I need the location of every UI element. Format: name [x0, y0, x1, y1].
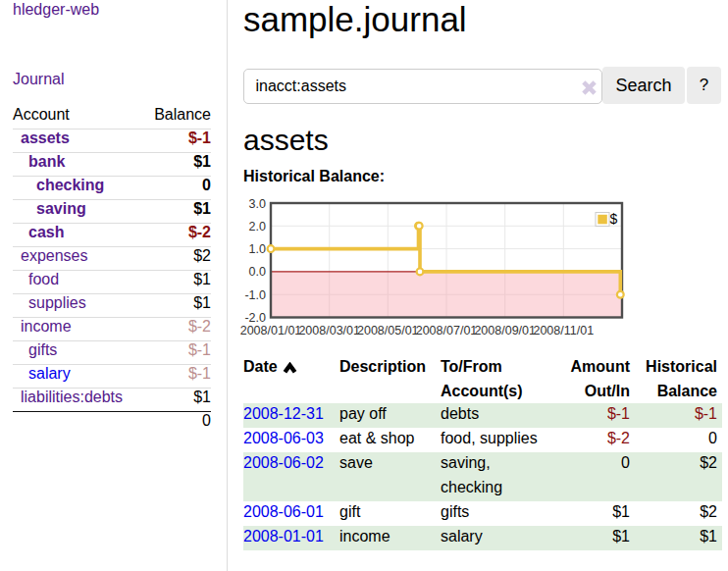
svg-text:-2.0: -2.0	[244, 311, 266, 325]
svg-text:-1.0: -1.0	[244, 288, 266, 302]
svg-text:3.0: 3.0	[249, 197, 266, 211]
svg-text:2008/11/01: 2008/11/01	[533, 324, 594, 337]
svg-text:2008/07/01: 2008/07/01	[416, 324, 478, 337]
svg-text:1.0: 1.0	[249, 242, 266, 256]
svg-text:0.0: 0.0	[249, 265, 266, 279]
svg-text:2.0: 2.0	[249, 220, 266, 234]
svg-text:2008/03/01: 2008/03/01	[298, 324, 360, 337]
svg-text:2008/01/01: 2008/01/01	[240, 324, 302, 337]
svg-text:$: $	[610, 211, 618, 227]
svg-text:2008/09/01: 2008/09/01	[474, 324, 536, 337]
svg-text:2008/05/01: 2008/05/01	[357, 324, 419, 337]
